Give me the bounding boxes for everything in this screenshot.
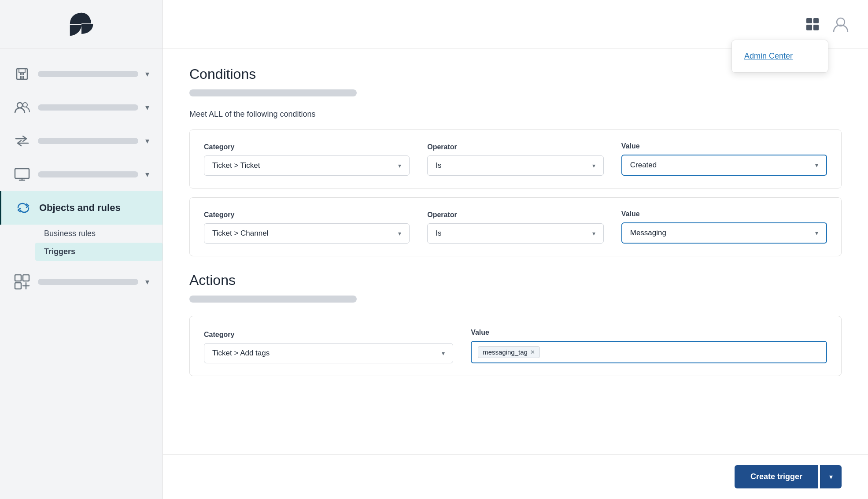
bottom-bar: Create trigger ▾	[163, 454, 868, 499]
building-icon	[13, 65, 31, 83]
tag-remove-button[interactable]: ✕	[530, 349, 535, 355]
sidebar-item-monitor-content	[38, 171, 138, 177]
apps-icon	[13, 273, 31, 291]
condition1-category-group: Category Ticket > Ticket ▾	[204, 143, 410, 176]
condition2-value-select[interactable]: Messaging ▾	[621, 222, 827, 244]
admin-center-link[interactable]: Admin Center	[732, 44, 828, 68]
condition2-operator-value: Is	[436, 229, 588, 238]
chevron-down-icon: ▾	[398, 230, 401, 237]
svg-rect-3	[22, 73, 24, 75]
svg-point-7	[23, 103, 27, 107]
sidebar-item-apps[interactable]: ▾	[0, 265, 163, 299]
condition1-operator-select[interactable]: Is ▾	[427, 155, 604, 176]
chevron-down-icon: ▾	[398, 162, 401, 169]
content-area: Conditions Meet ALL of the following con…	[163, 48, 868, 454]
apps-grid-button[interactable]	[803, 15, 822, 34]
condition2-category-select[interactable]: Ticket > Channel ▾	[204, 223, 410, 244]
sidebar-subitem-business-rules[interactable]: Business rules	[35, 225, 163, 243]
messaging-tag-chip: messaging_tag ✕	[478, 346, 540, 358]
chevron-down-icon: ▾	[815, 162, 818, 169]
action1-category-label: Category	[204, 331, 453, 339]
chevron-down-icon: ▾	[592, 162, 595, 169]
nav-bar-placeholder	[38, 104, 138, 111]
condition1-value-group: Value Created ▾	[621, 142, 827, 176]
action1-category-value: Ticket > Add tags	[212, 349, 437, 358]
grid-icon	[806, 18, 819, 30]
nav-bar-placeholder	[38, 279, 138, 285]
svg-rect-0	[17, 69, 27, 79]
tag-chip-label: messaging_tag	[483, 348, 528, 356]
condition2-value-label: Value	[621, 210, 827, 218]
chevron-down-icon: ▾	[145, 136, 149, 146]
svg-rect-4	[20, 76, 22, 79]
sidebar: ▾ ▾	[0, 0, 163, 499]
conditions-subtitle: Meet ALL of the following conditions	[189, 110, 842, 119]
sidebar-subitem-triggers[interactable]: Triggers	[35, 243, 163, 261]
objects-rules-icon	[15, 199, 32, 217]
chevron-down-icon: ▾	[145, 69, 149, 79]
sidebar-item-org-content	[38, 71, 138, 77]
svg-rect-8	[15, 169, 29, 178]
sidebar-item-objects-rules-label: Objects and rules	[39, 202, 121, 214]
admin-center-dropdown: Admin Center	[731, 40, 828, 73]
condition1-value-select[interactable]: Created ▾	[621, 155, 827, 176]
condition1-operator-label: Operator	[427, 143, 604, 151]
conditions-section: Conditions Meet ALL of the following con…	[189, 66, 842, 256]
monitor-icon	[13, 166, 31, 183]
svg-rect-5	[22, 76, 24, 79]
condition1-category-value: Ticket > Ticket	[212, 161, 394, 170]
chevron-down-icon: ▾	[442, 350, 445, 357]
condition1-operator-value: Is	[436, 161, 588, 170]
sidebar-item-org[interactable]: ▾	[0, 57, 163, 91]
chevron-down-icon: ▾	[145, 103, 149, 112]
action1-value-group: Value messaging_tag ✕	[471, 329, 827, 363]
condition2-category-group: Category Ticket > Channel ▾	[204, 211, 410, 244]
action1-category-select[interactable]: Ticket > Add tags ▾	[204, 343, 453, 363]
create-trigger-dropdown-button[interactable]: ▾	[820, 465, 842, 488]
sidebar-item-people-content	[38, 104, 138, 111]
condition1-category-label: Category	[204, 143, 410, 151]
condition2-operator-group: Operator Is ▾	[427, 211, 604, 244]
svg-rect-2	[20, 73, 22, 75]
condition2-value-group: Value Messaging ▾	[621, 210, 827, 244]
condition1-operator-group: Operator Is ▾	[427, 143, 604, 176]
svg-rect-9	[15, 275, 21, 281]
sidebar-navigation: ▾ ▾	[0, 48, 163, 499]
sidebar-item-monitor[interactable]: ▾	[0, 158, 163, 191]
svg-point-6	[17, 103, 22, 108]
nav-bar-placeholder	[38, 138, 138, 144]
condition1-category-select[interactable]: Ticket > Ticket ▾	[204, 155, 410, 176]
create-trigger-button[interactable]: Create trigger	[735, 465, 818, 488]
chevron-down-icon: ▾	[592, 230, 595, 237]
condition2-category-label: Category	[204, 211, 410, 219]
condition-row-1: Category Ticket > Ticket ▾ Operator Is ▾…	[189, 129, 842, 189]
chevron-down-icon: ▾	[815, 229, 818, 237]
sidebar-item-transfer[interactable]: ▾	[0, 124, 163, 158]
svg-rect-11	[15, 283, 21, 289]
actions-bar	[189, 296, 357, 303]
condition2-category-value: Ticket > Channel	[212, 229, 394, 238]
sidebar-item-objects-rules[interactable]: Objects and rules	[0, 191, 163, 225]
sidebar-item-transfer-content	[38, 138, 138, 144]
svg-rect-10	[23, 275, 29, 281]
dropdown-chevron-icon: ▾	[829, 473, 833, 481]
condition1-value-label: Value	[621, 142, 827, 150]
condition2-value-value: Messaging	[630, 229, 811, 237]
nav-bar-placeholder	[38, 171, 138, 177]
sidebar-item-apps-content	[38, 279, 138, 285]
condition2-operator-label: Operator	[427, 211, 604, 219]
chevron-down-icon: ▾	[145, 170, 149, 179]
actions-title: Actions	[189, 272, 842, 288]
condition2-operator-select[interactable]: Is ▾	[427, 223, 604, 244]
sidebar-subitems: Business rules Triggers	[0, 225, 163, 261]
zendesk-logo	[66, 9, 97, 40]
actions-section: Actions Category Ticket > Add tags ▾ Val…	[189, 272, 842, 376]
main-content: Admin Center Conditions Meet ALL of the …	[163, 0, 868, 499]
nav-bar-placeholder	[38, 71, 138, 77]
user-profile-button[interactable]	[831, 15, 850, 34]
conditions-bar	[189, 89, 357, 96]
sidebar-item-people[interactable]: ▾	[0, 91, 163, 124]
action1-tag-input[interactable]: messaging_tag ✕	[471, 341, 827, 363]
transfer-icon	[13, 132, 31, 150]
action1-value-label: Value	[471, 329, 827, 336]
